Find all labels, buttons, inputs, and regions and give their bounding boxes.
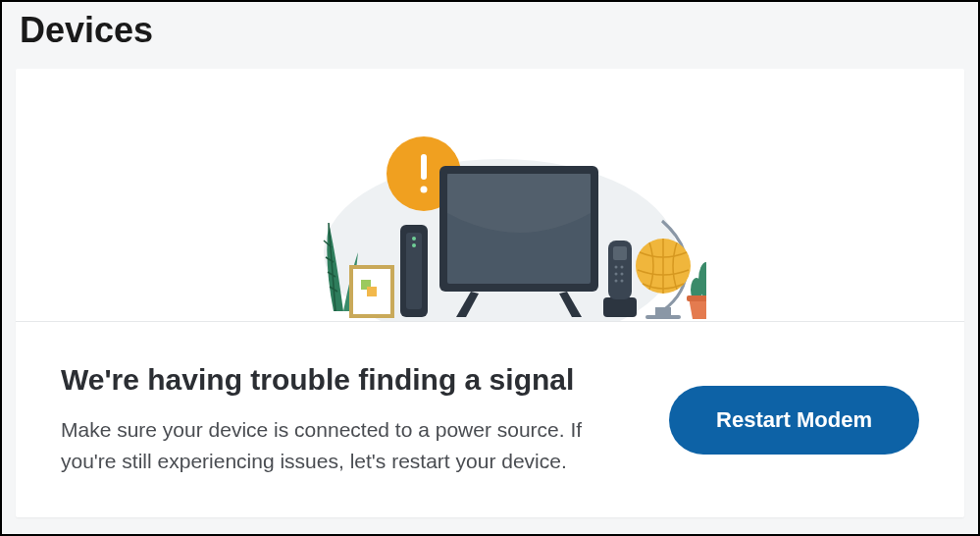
svg-rect-15	[613, 246, 627, 260]
svg-point-16	[614, 266, 617, 269]
message-body: Make sure your device is connected to a …	[61, 414, 640, 476]
svg-rect-13	[603, 297, 637, 317]
svg-rect-24	[645, 315, 681, 319]
message-heading: We're having trouble finding a signal	[61, 363, 640, 397]
svg-rect-3	[367, 287, 377, 296]
page-header: Devices	[2, 2, 978, 69]
svg-point-18	[614, 273, 617, 276]
svg-rect-27	[687, 295, 706, 301]
devices-illustration-icon	[275, 115, 706, 321]
svg-point-17	[620, 266, 623, 269]
message-area: We're having trouble finding a signal Ma…	[16, 322, 964, 517]
svg-point-20	[614, 280, 617, 283]
svg-point-19	[620, 273, 623, 276]
svg-point-6	[412, 237, 416, 241]
message-text-block: We're having trouble finding a signal Ma…	[61, 363, 669, 476]
svg-point-10	[420, 187, 427, 193]
illustration-area	[16, 69, 964, 322]
svg-rect-9	[421, 154, 427, 180]
restart-modem-button[interactable]: Restart Modem	[669, 386, 919, 455]
page-title: Devices	[20, 10, 960, 51]
devices-card: We're having trouble finding a signal Ma…	[16, 69, 964, 517]
svg-point-7	[412, 243, 416, 247]
svg-point-21	[620, 280, 623, 283]
